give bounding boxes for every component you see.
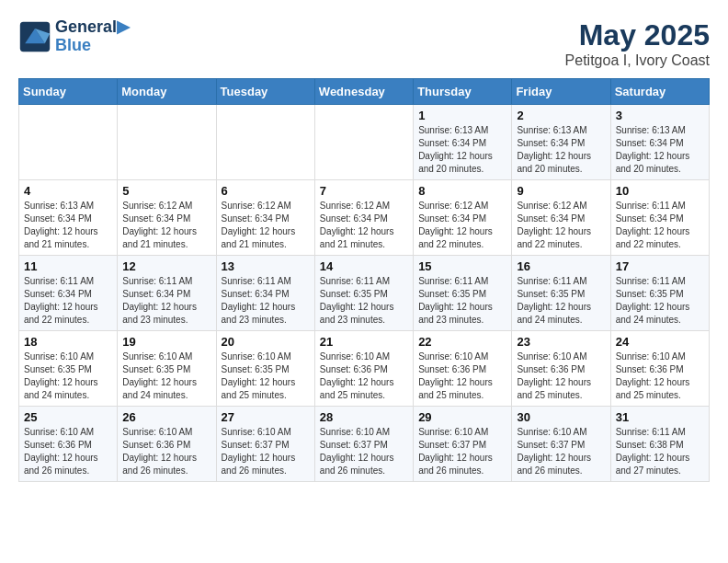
day-number: 16 <box>517 259 605 273</box>
calendar-cell: 25Sunrise: 6:10 AM Sunset: 6:36 PM Dayli… <box>19 407 118 482</box>
day-number: 3 <box>616 109 704 122</box>
day-info: Sunrise: 6:12 AM Sunset: 6:34 PM Dayligh… <box>418 200 506 251</box>
day-number: 9 <box>517 184 605 198</box>
calendar-cell: 15Sunrise: 6:11 AM Sunset: 6:35 PM Dayli… <box>414 256 512 331</box>
calendar-week-row: 4Sunrise: 6:13 AM Sunset: 6:34 PM Daylig… <box>19 180 710 256</box>
day-info: Sunrise: 6:11 AM Sunset: 6:35 PM Dayligh… <box>616 275 704 327</box>
calendar-cell: 27Sunrise: 6:10 AM Sunset: 6:37 PM Dayli… <box>216 407 314 482</box>
day-number: 7 <box>320 184 408 198</box>
weekday-header: Sunday <box>19 79 118 105</box>
logo-icon <box>18 20 51 53</box>
calendar-cell: 11Sunrise: 6:11 AM Sunset: 6:34 PM Dayli… <box>19 256 118 331</box>
weekday-header: Wednesday <box>314 79 413 105</box>
day-info: Sunrise: 6:12 AM Sunset: 6:34 PM Dayligh… <box>222 200 310 251</box>
location: Petitgoa I, Ivory Coast <box>565 52 710 69</box>
calendar-cell: 16Sunrise: 6:11 AM Sunset: 6:35 PM Dayli… <box>512 256 610 331</box>
day-info: Sunrise: 6:13 AM Sunset: 6:34 PM Dayligh… <box>24 200 112 251</box>
day-info: Sunrise: 6:11 AM Sunset: 6:35 PM Dayligh… <box>418 275 506 327</box>
day-info: Sunrise: 6:10 AM Sunset: 6:36 PM Dayligh… <box>517 350 605 402</box>
day-info: Sunrise: 6:12 AM Sunset: 6:34 PM Dayligh… <box>122 200 210 251</box>
day-info: Sunrise: 6:10 AM Sunset: 6:36 PM Dayligh… <box>616 350 704 402</box>
day-number: 14 <box>320 259 408 273</box>
day-info: Sunrise: 6:12 AM Sunset: 6:34 PM Dayligh… <box>320 200 408 251</box>
calendar-week-row: 1Sunrise: 6:13 AM Sunset: 6:34 PM Daylig… <box>19 105 710 180</box>
day-number: 19 <box>122 335 210 349</box>
weekday-header: Monday <box>118 79 216 105</box>
calendar-cell <box>118 105 216 180</box>
day-number: 30 <box>517 410 605 424</box>
calendar-cell: 30Sunrise: 6:10 AM Sunset: 6:37 PM Dayli… <box>512 407 610 482</box>
calendar-cell: 10Sunrise: 6:11 AM Sunset: 6:34 PM Dayli… <box>610 180 709 256</box>
day-info: Sunrise: 6:10 AM Sunset: 6:35 PM Dayligh… <box>222 350 310 402</box>
calendar-week-row: 18Sunrise: 6:10 AM Sunset: 6:35 PM Dayli… <box>19 331 710 407</box>
calendar-cell: 7Sunrise: 6:12 AM Sunset: 6:34 PM Daylig… <box>314 180 413 256</box>
day-number: 31 <box>616 410 704 424</box>
day-info: Sunrise: 6:10 AM Sunset: 6:36 PM Dayligh… <box>24 426 112 477</box>
calendar-cell: 19Sunrise: 6:10 AM Sunset: 6:35 PM Dayli… <box>118 331 216 407</box>
day-number: 13 <box>222 259 310 273</box>
day-info: Sunrise: 6:11 AM Sunset: 6:34 PM Dayligh… <box>616 200 704 251</box>
day-info: Sunrise: 6:11 AM Sunset: 6:34 PM Dayligh… <box>24 275 112 327</box>
calendar-cell: 5Sunrise: 6:12 AM Sunset: 6:34 PM Daylig… <box>118 180 216 256</box>
calendar-cell: 22Sunrise: 6:10 AM Sunset: 6:36 PM Dayli… <box>414 331 512 407</box>
day-number: 28 <box>320 410 408 424</box>
weekday-header: Saturday <box>610 79 709 105</box>
day-info: Sunrise: 6:10 AM Sunset: 6:36 PM Dayligh… <box>122 426 210 477</box>
day-number: 5 <box>122 184 210 198</box>
day-info: Sunrise: 6:11 AM Sunset: 6:38 PM Dayligh… <box>616 426 704 477</box>
day-info: Sunrise: 6:10 AM Sunset: 6:37 PM Dayligh… <box>320 426 408 477</box>
month-title: May 2025 <box>565 18 710 52</box>
day-info: Sunrise: 6:11 AM Sunset: 6:34 PM Dayligh… <box>222 275 310 327</box>
calendar-cell: 3Sunrise: 6:13 AM Sunset: 6:34 PM Daylig… <box>610 105 709 180</box>
calendar-header-row: SundayMondayTuesdayWednesdayThursdayFrid… <box>19 79 710 105</box>
calendar-week-row: 11Sunrise: 6:11 AM Sunset: 6:34 PM Dayli… <box>19 256 710 331</box>
calendar-cell: 4Sunrise: 6:13 AM Sunset: 6:34 PM Daylig… <box>19 180 118 256</box>
calendar-cell: 23Sunrise: 6:10 AM Sunset: 6:36 PM Dayli… <box>512 331 610 407</box>
title-block: May 2025 Petitgoa I, Ivory Coast <box>565 18 710 69</box>
day-number: 23 <box>517 335 605 349</box>
day-number: 4 <box>24 184 112 198</box>
weekday-header: Friday <box>512 79 610 105</box>
day-number: 8 <box>418 184 506 198</box>
day-info: Sunrise: 6:13 AM Sunset: 6:34 PM Dayligh… <box>517 124 605 176</box>
day-number: 12 <box>122 259 210 273</box>
page-header: General▶ Blue May 2025 Petitgoa I, Ivory… <box>18 18 710 69</box>
calendar-cell <box>19 105 118 180</box>
calendar-cell: 29Sunrise: 6:10 AM Sunset: 6:37 PM Dayli… <box>414 407 512 482</box>
day-number: 10 <box>616 184 704 198</box>
weekday-header: Tuesday <box>216 79 314 105</box>
day-info: Sunrise: 6:10 AM Sunset: 6:35 PM Dayligh… <box>24 350 112 402</box>
calendar-cell <box>216 105 314 180</box>
calendar-cell: 28Sunrise: 6:10 AM Sunset: 6:37 PM Dayli… <box>314 407 413 482</box>
weekday-header: Thursday <box>414 79 512 105</box>
day-info: Sunrise: 6:10 AM Sunset: 6:36 PM Dayligh… <box>320 350 408 402</box>
calendar-cell: 31Sunrise: 6:11 AM Sunset: 6:38 PM Dayli… <box>610 407 709 482</box>
day-info: Sunrise: 6:10 AM Sunset: 6:36 PM Dayligh… <box>418 350 506 402</box>
day-number: 27 <box>222 410 310 424</box>
day-number: 1 <box>418 109 506 122</box>
day-info: Sunrise: 6:11 AM Sunset: 6:35 PM Dayligh… <box>320 275 408 327</box>
calendar-cell: 14Sunrise: 6:11 AM Sunset: 6:35 PM Dayli… <box>314 256 413 331</box>
day-info: Sunrise: 6:13 AM Sunset: 6:34 PM Dayligh… <box>616 124 704 176</box>
day-info: Sunrise: 6:13 AM Sunset: 6:34 PM Dayligh… <box>418 124 506 176</box>
day-number: 21 <box>320 335 408 349</box>
calendar-cell: 1Sunrise: 6:13 AM Sunset: 6:34 PM Daylig… <box>414 105 512 180</box>
day-number: 2 <box>517 109 605 122</box>
calendar-cell: 6Sunrise: 6:12 AM Sunset: 6:34 PM Daylig… <box>216 180 314 256</box>
day-number: 20 <box>222 335 310 349</box>
calendar-cell: 2Sunrise: 6:13 AM Sunset: 6:34 PM Daylig… <box>512 105 610 180</box>
calendar-cell: 12Sunrise: 6:11 AM Sunset: 6:34 PM Dayli… <box>118 256 216 331</box>
calendar-cell: 8Sunrise: 6:12 AM Sunset: 6:34 PM Daylig… <box>414 180 512 256</box>
logo: General▶ Blue <box>18 18 130 55</box>
calendar-table: SundayMondayTuesdayWednesdayThursdayFrid… <box>18 78 710 482</box>
day-number: 22 <box>418 335 506 349</box>
calendar-cell: 20Sunrise: 6:10 AM Sunset: 6:35 PM Dayli… <box>216 331 314 407</box>
day-number: 17 <box>616 259 704 273</box>
day-info: Sunrise: 6:11 AM Sunset: 6:34 PM Dayligh… <box>122 275 210 327</box>
day-info: Sunrise: 6:10 AM Sunset: 6:37 PM Dayligh… <box>418 426 506 477</box>
calendar-cell: 21Sunrise: 6:10 AM Sunset: 6:36 PM Dayli… <box>314 331 413 407</box>
calendar-cell: 26Sunrise: 6:10 AM Sunset: 6:36 PM Dayli… <box>118 407 216 482</box>
day-info: Sunrise: 6:10 AM Sunset: 6:37 PM Dayligh… <box>222 426 310 477</box>
day-number: 11 <box>24 259 112 273</box>
calendar-week-row: 25Sunrise: 6:10 AM Sunset: 6:36 PM Dayli… <box>19 407 710 482</box>
